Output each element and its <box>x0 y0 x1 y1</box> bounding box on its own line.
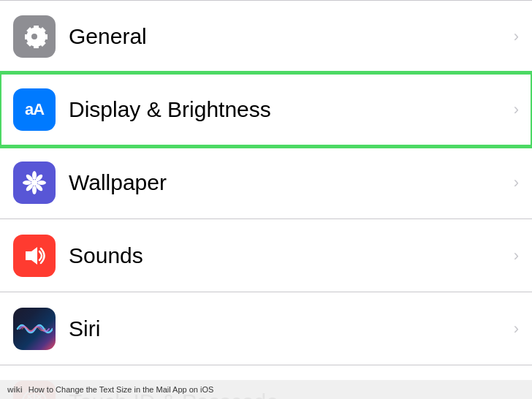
siri-chevron: › <box>514 319 519 338</box>
sounds-icon-wrapper <box>13 235 56 277</box>
wallpaper-chevron: › <box>514 173 519 192</box>
wiki-bar: wiki How to Change the Text Size in the … <box>0 380 532 399</box>
settings-item-wallpaper[interactable]: Wallpaper › <box>0 146 532 219</box>
general-icon-wrapper <box>13 15 56 58</box>
svg-point-1 <box>32 171 37 180</box>
svg-point-4 <box>37 180 46 185</box>
settings-item-general[interactable]: General › <box>0 0 532 73</box>
sounds-chevron: › <box>514 246 519 265</box>
siri-icon-wrapper <box>13 308 56 350</box>
settings-item-display[interactable]: aA Display & Brightness › <box>0 73 532 146</box>
display-aa-icon: aA <box>25 100 44 119</box>
general-chevron: › <box>514 27 519 46</box>
wiki-article-title: How to Change the Text Size in the Mail … <box>28 385 214 394</box>
sounds-label: Sounds <box>69 243 508 268</box>
siri-icon <box>16 318 53 340</box>
display-icon-wrapper: aA <box>13 88 56 131</box>
wallpaper-icon <box>19 167 50 198</box>
general-label: General <box>69 24 508 49</box>
display-label: Display & Brightness <box>69 97 508 122</box>
settings-item-sounds[interactable]: Sounds › <box>0 219 532 292</box>
wiki-prefix: wiki <box>7 385 23 394</box>
settings-item-siri[interactable]: Siri › <box>0 292 532 365</box>
settings-list: General › aA Display & Brightness › Wall… <box>0 0 532 380</box>
wallpaper-label: Wallpaper <box>69 170 508 195</box>
sounds-icon <box>21 243 48 269</box>
gear-icon <box>20 22 49 51</box>
svg-point-2 <box>32 186 37 194</box>
wallpaper-icon-wrapper <box>13 162 56 204</box>
svg-marker-9 <box>26 247 37 265</box>
siri-label: Siri <box>69 316 508 341</box>
svg-point-3 <box>23 180 31 185</box>
display-chevron: › <box>514 100 519 119</box>
